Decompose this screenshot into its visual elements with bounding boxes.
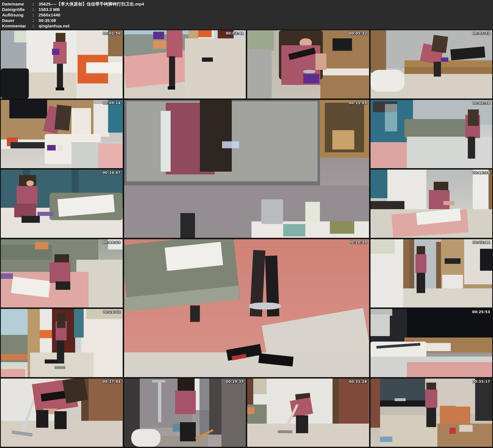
video-thumbnail: 00:31:26 [247, 379, 369, 447]
meta-label: Dauer [2, 18, 33, 23]
stockings [468, 137, 475, 159]
video-thumbnail: 00:18:29 [1, 239, 123, 307]
wall-right [221, 379, 246, 447]
meta-value: qinglanhua.net [39, 23, 69, 29]
timestamp-overlay: 00:03:41 [226, 31, 244, 35]
red-cup [449, 428, 456, 434]
stocking-leg [55, 411, 67, 429]
window-glow [385, 104, 397, 131]
timestamp-overlay: 00:07:23 [472, 31, 490, 35]
cup [58, 145, 63, 150]
heels [56, 88, 64, 90]
purple-cloth [441, 57, 448, 62]
meta-value: 00:35:08 [39, 18, 56, 23]
face [26, 180, 34, 186]
tv [480, 249, 492, 271]
arm [315, 53, 326, 70]
shelf-items [445, 258, 460, 264]
stockings [426, 408, 436, 427]
ankle-cuffs [249, 302, 281, 310]
meta-label: Dateigröße [2, 7, 33, 12]
timestamp-overlay: 00:31:26 [349, 380, 367, 384]
stockings [57, 64, 63, 88]
counter [380, 401, 425, 407]
hanger [37, 212, 53, 216]
orange-cushion [247, 407, 255, 414]
chair [456, 407, 470, 424]
meta-colon: : [33, 1, 39, 7]
stockings [57, 340, 64, 364]
tv [9, 100, 47, 118]
touch-icons [222, 141, 239, 148]
video-thumbnail: 00:20:20 [124, 239, 369, 377]
stockings [417, 273, 425, 293]
purple-cloth [47, 145, 56, 150]
timestamp-overlay: 00:22:11 [472, 240, 490, 244]
sofa-trim [1, 354, 28, 360]
shelf-white [320, 68, 369, 75]
sink [395, 398, 406, 401]
timestamp-overlay: 00:18:29 [102, 240, 121, 244]
painting [370, 239, 395, 254]
timestamp-overlay: 00:16:38 [472, 171, 490, 175]
timestamp-overlay: 00:09:14 [102, 101, 121, 105]
ac-unit [473, 169, 491, 212]
wall-left [247, 49, 272, 99]
meta-value: 35625----【李大侠原创】佳佳带手铐脚铐打扫卫生.mp4 [39, 1, 144, 7]
arm [443, 201, 454, 205]
meta-colon: : [33, 18, 39, 23]
shower-pole [158, 381, 161, 422]
meta-label: Kommentar [2, 23, 33, 29]
mop-head [55, 366, 65, 369]
purple-cloth [52, 49, 59, 55]
meta-row: Dateiname:35625----【李大侠原创】佳佳带手铐脚铐打扫卫生.mp… [2, 1, 493, 7]
video-thumbnail: 00:12:56 [370, 100, 493, 168]
wood-edge [489, 169, 492, 212]
hair [431, 35, 448, 53]
stockings [22, 216, 40, 223]
timestamp-overlay: 00:12:56 [472, 101, 490, 105]
counter [86, 62, 123, 73]
person-figure [425, 390, 437, 408]
video-thumbnail: 00:24:02 [1, 309, 123, 377]
stockings [296, 415, 308, 433]
shoes [202, 57, 213, 62]
timestamp-overlay: 00:20:20 [349, 240, 367, 244]
speaker [333, 38, 352, 51]
floor [23, 72, 80, 99]
handcuffs [303, 70, 315, 73]
door [89, 379, 123, 428]
person-figure [50, 262, 70, 283]
meta-row: Kommentar:qinglanhua.net [2, 23, 493, 29]
shelf-dark [11, 142, 47, 148]
pink-mat [98, 144, 123, 168]
timestamp-overlay: 00:24:02 [102, 310, 121, 314]
skirt [14, 204, 36, 217]
stockings [180, 422, 196, 441]
timestamp-overlay: 00:29:35 [226, 380, 244, 384]
stockings [169, 56, 175, 86]
video-thumbnail: 00:03:41 [124, 30, 246, 99]
items [380, 437, 392, 442]
meta-row: Dateigröße:1583.3 MB [2, 7, 493, 12]
window-dark [475, 379, 492, 421]
coffee-table [370, 70, 405, 92]
meta-value: 1583.3 MB [39, 7, 60, 12]
jacket [1, 68, 29, 99]
door-left [370, 379, 380, 428]
door-frame [209, 379, 221, 435]
faucet [261, 199, 283, 224]
wall-left [370, 314, 390, 336]
video-thumbnail: 00:27:44 [1, 379, 123, 447]
meta-row: Dauer:00:35:08 [2, 18, 493, 23]
hanger [1, 273, 13, 279]
meta-label: Auflösung [2, 12, 33, 18]
pink-mat [1, 369, 25, 377]
stockings [395, 331, 401, 343]
hair [55, 105, 71, 131]
light-strip [161, 111, 170, 172]
orange-cushion [35, 242, 48, 249]
purple-cloth [153, 32, 164, 39]
drawers [71, 108, 91, 137]
heel [168, 86, 175, 90]
